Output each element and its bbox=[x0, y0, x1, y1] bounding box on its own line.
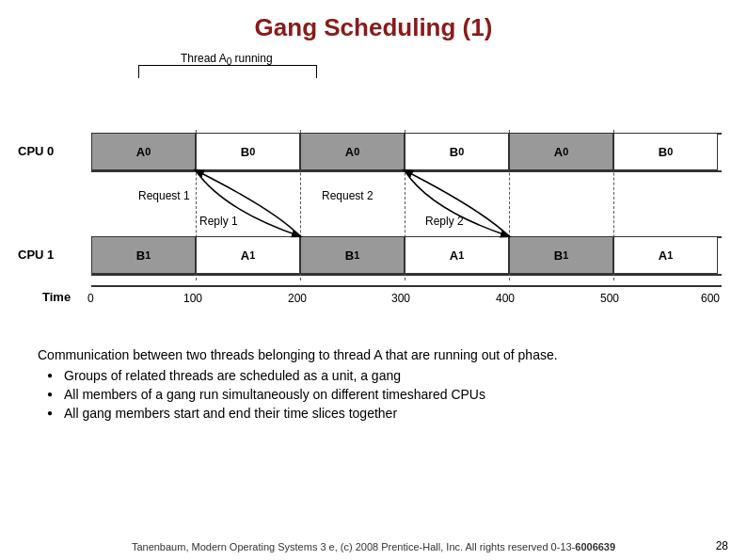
time-label: Time bbox=[42, 290, 71, 304]
block-b0-1: B0 bbox=[196, 133, 300, 170]
block-b0-3: B0 bbox=[613, 133, 718, 170]
block-b1-2: B1 bbox=[300, 236, 405, 274]
bullet-3: All gang members start and end their tim… bbox=[47, 406, 728, 421]
diagram-area: Thread A0 running CPU 0 CPU 1 A0 B0 A0 B… bbox=[16, 50, 731, 342]
block-a1-2: A1 bbox=[405, 236, 509, 274]
tick-400: 400 bbox=[496, 292, 515, 305]
footer: Tanenbaum, Modern Operating Systems 3 e,… bbox=[0, 541, 747, 552]
bullet-2: All members of a gang run simultaneously… bbox=[47, 387, 728, 402]
time-axis-line bbox=[91, 285, 722, 287]
request2-label: Request 2 bbox=[322, 189, 374, 202]
tick-500: 500 bbox=[600, 292, 619, 305]
footer-text: Tanenbaum, Modern Operating Systems 3 e,… bbox=[132, 541, 575, 552]
cpu1-label: CPU 1 bbox=[18, 248, 54, 262]
thread-bracket bbox=[138, 65, 317, 78]
tick-0: 0 bbox=[87, 292, 94, 305]
block-a0-2: A0 bbox=[300, 133, 405, 170]
block-a1-3: A1 bbox=[613, 236, 718, 274]
block-b1-3: B1 bbox=[509, 236, 613, 274]
tick-600: 600 bbox=[701, 292, 720, 305]
reply2-label: Reply 2 bbox=[425, 215, 464, 228]
block-a1-1: A1 bbox=[196, 236, 300, 274]
tick-200: 200 bbox=[288, 292, 307, 305]
cpu1-bot-line bbox=[91, 274, 722, 276]
cpu1-blocks: B1 A1 B1 A1 B1 A1 bbox=[91, 236, 718, 274]
bullet-list: Groups of related threads are scheduled … bbox=[19, 368, 728, 421]
cpu0-bot-line bbox=[91, 170, 722, 172]
tick-100: 100 bbox=[183, 292, 202, 305]
bullet-1: Groups of related threads are scheduled … bbox=[47, 368, 728, 383]
block-b1-1: B1 bbox=[91, 236, 196, 274]
block-a0-1: A0 bbox=[91, 133, 196, 170]
tick-300: 300 bbox=[391, 292, 410, 305]
cpu0-label: CPU 0 bbox=[18, 144, 54, 158]
footer-bold: 6006639 bbox=[575, 541, 615, 552]
intro-text: Communication between two threads belong… bbox=[19, 347, 728, 362]
block-b0-2: B0 bbox=[405, 133, 509, 170]
content-area: Communication between two threads belong… bbox=[0, 342, 747, 421]
request1-label: Request 1 bbox=[138, 189, 190, 202]
page-title: Gang Scheduling (1) bbox=[0, 0, 747, 42]
page-number: 28 bbox=[716, 539, 728, 552]
block-a0-3: A0 bbox=[509, 133, 613, 170]
reply1-label: Reply 1 bbox=[199, 215, 238, 228]
cpu0-blocks: A0 B0 A0 B0 A0 B0 bbox=[91, 133, 718, 170]
